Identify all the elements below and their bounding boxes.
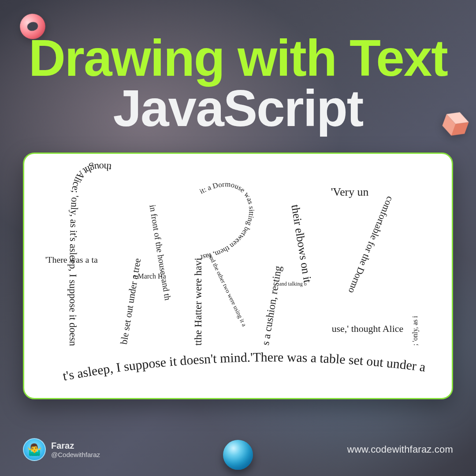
textpath-a2-bar: , and talking o bbox=[276, 281, 306, 287]
demo-canvas: thought Alice; 'only, as it's asleep, I … bbox=[23, 152, 453, 399]
svg-text:it: a Dormouse was sitting bet: it: a Dormouse was sitting between them,… bbox=[24, 154, 256, 262]
svg-text:'There was a ta: 'There was a ta bbox=[45, 255, 98, 264]
svg-text:their elbows on it: their elbows on it bbox=[289, 204, 314, 284]
textpath-a1-bar: e March Ha bbox=[133, 272, 166, 280]
svg-text:tthe Hatter were havi: tthe Hatter were havi bbox=[192, 257, 203, 346]
headline: Drawing with Text JavaScript bbox=[0, 33, 476, 134]
textpath-a1-left: ble set out under a tree bbox=[119, 257, 143, 345]
textpath-a1-right: in front of the house, and th bbox=[148, 204, 173, 301]
author-handle: @Codewithfaraz bbox=[51, 451, 100, 458]
svg-text:comfortable for the Dormo: comfortable for the Dormo bbox=[346, 195, 396, 295]
textpath-z-top: 'Very un bbox=[331, 186, 369, 198]
svg-text:s a cushion, resting: s a cushion, resting bbox=[260, 265, 284, 346]
author-profile: 🤷‍♂️ Faraz @Codewithfaraz bbox=[23, 438, 100, 461]
svg-text:'Very un: 'Very un bbox=[331, 186, 369, 198]
svg-text:use,' thought Alice: use,' thought Alice bbox=[332, 324, 403, 334]
author-name: Faraz bbox=[51, 441, 100, 451]
textpath-z-diag: comfortable for the Dormo bbox=[346, 195, 396, 295]
svg-text:and the other two were using i: and the other two were using it a bbox=[207, 253, 248, 327]
headline-line1: Drawing with Text bbox=[0, 33, 476, 84]
headline-line2: JavaScript bbox=[0, 84, 476, 134]
avatar-emoji: 🤷‍♂️ bbox=[27, 443, 41, 457]
site-url: www.codewithfaraz.com bbox=[347, 444, 453, 455]
textpath-a2-left: s a cushion, resting bbox=[260, 265, 284, 346]
textpath-f-bar: 'There was a ta bbox=[45, 255, 98, 264]
avatar: 🤷‍♂️ bbox=[23, 438, 46, 461]
svg-text:; 'only, as i: ; 'only, as i bbox=[411, 316, 419, 346]
textpath-f-stem: thought Alice; 'only, as it's asleep, I … bbox=[24, 154, 112, 346]
svg-text:, and talking o: , and talking o bbox=[276, 281, 306, 287]
svg-text:ble set out under a tree: ble set out under a tree bbox=[119, 257, 143, 345]
textpath-z-side: ; 'only, as i bbox=[411, 316, 419, 346]
svg-text:thought Alice; 'only, as it's : thought Alice; 'only, as it's asleep, I … bbox=[24, 154, 112, 346]
textpath-r-bowl: it: a Dormouse was sitting between them,… bbox=[24, 154, 256, 262]
textpath-z-bot: use,' thought Alice bbox=[332, 324, 403, 334]
svg-text:in front of the house, and th: in front of the house, and th bbox=[148, 204, 173, 301]
textpath-r-leg: and the other two were using it a bbox=[207, 253, 248, 327]
footer: 🤷‍♂️ Faraz @Codewithfaraz www.codewithfa… bbox=[23, 438, 453, 461]
svg-text:e March Ha: e March Ha bbox=[133, 272, 166, 280]
textpath-a2-right: their elbows on it bbox=[289, 204, 314, 284]
textpath-r-stem: tthe Hatter were havi bbox=[192, 257, 203, 346]
